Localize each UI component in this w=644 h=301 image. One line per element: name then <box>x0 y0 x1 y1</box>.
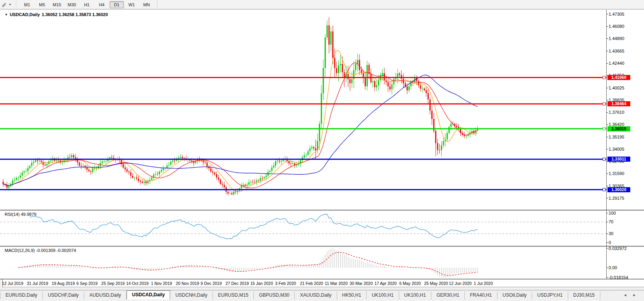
candle-body <box>347 74 349 79</box>
price-line-tag[interactable]: 1.30020 <box>607 187 630 192</box>
toolbar-grip[interactable] <box>15 1 17 8</box>
timeframe-button-mn[interactable]: MN <box>139 1 154 8</box>
symbol-tab-eurusd-daily[interactable]: EURUSD,Daily <box>0 292 43 299</box>
timeframe-button-m5[interactable]: M5 <box>35 1 49 8</box>
level-line-handle[interactable] <box>603 128 605 130</box>
chart-dropdown-icon[interactable]: ▼ <box>5 13 8 16</box>
symbol-tab-audusd-daily[interactable]: AUDUSD,Daily <box>84 292 127 299</box>
level-line-handle[interactable] <box>603 188 605 191</box>
price-axis-tick: 1.29175 <box>609 196 624 201</box>
timeframe-button-w1[interactable]: W1 <box>125 1 139 8</box>
candle-body <box>435 131 436 143</box>
symbol-tab-gbpusd-m30[interactable]: GBPUSD,M30 <box>254 292 295 299</box>
price-axis-tick: 1.47305 <box>609 12 624 16</box>
level-line-handle[interactable] <box>603 76 605 79</box>
chart-tab-bar: EURUSD,DailyUSDCHF,DailyAUDUSD,DailyUSDC… <box>0 290 644 299</box>
candle-body <box>275 161 276 166</box>
mt4-window: ▼ M1M5M15M30H1H4D1W1MN ▼ USDCAD,Daily 1.… <box>0 0 644 301</box>
price-line-tag[interactable]: 1.38464 <box>607 101 630 106</box>
timeframe-button-h1[interactable]: H1 <box>80 1 94 8</box>
date-label: 12 Jun 2020 <box>449 281 472 286</box>
candle-body <box>180 157 181 158</box>
candle-body <box>206 163 207 166</box>
candle-body <box>90 171 92 172</box>
candle-body <box>424 89 425 90</box>
date-label: 14 Oct 2019 <box>126 281 149 286</box>
candle-body <box>262 178 263 179</box>
timeframe-button-m1[interactable]: M1 <box>20 1 34 8</box>
symbol-tab-usdjpy-h1[interactable]: USDJPY,H1 <box>532 292 568 299</box>
symbol-tab-hk50-h1[interactable]: HK50,H1 <box>337 292 367 299</box>
candle-body <box>20 175 21 178</box>
toolbar-grip[interactable] <box>156 1 158 8</box>
price-axis-tick: 1.42440 <box>609 61 624 66</box>
price-axis-tick: 1.44890 <box>609 36 624 41</box>
symbol-tab-dj30-m15[interactable]: DJ30,M15 <box>568 292 600 299</box>
candle-body <box>191 161 193 161</box>
candle-body <box>420 85 421 89</box>
candle-body <box>83 166 84 166</box>
price-line-tag[interactable]: 1.33011 <box>607 157 630 162</box>
timeframe-button-m30[interactable]: M30 <box>65 1 79 8</box>
drawing-tool-icon[interactable] <box>1 2 8 8</box>
candle-body <box>157 174 158 174</box>
price-line-tag[interactable]: 1.36015 <box>607 126 630 131</box>
symbol-tab-uk100-h1[interactable]: UK100,H1 <box>367 292 399 299</box>
candle-body <box>378 80 379 85</box>
tab-scroll-arrows[interactable]: ◄ ► <box>624 293 638 297</box>
chart-title[interactable]: ▼ USDCAD,Daily 1.36052 1.36258 1.35873 1… <box>5 12 108 17</box>
candle-body <box>309 148 310 151</box>
timeframe-button-m15[interactable]: M15 <box>50 1 64 8</box>
candle-body <box>376 85 377 87</box>
candle-body <box>96 168 97 168</box>
candle-body <box>315 148 316 150</box>
candle-body <box>456 126 457 127</box>
symbol-tab-uk100-h1[interactable]: UK100,H1 <box>399 292 431 299</box>
price-axis-tick: 1.34005 <box>609 147 624 151</box>
symbol-tab-usdchf-daily[interactable]: USDCHF,Daily <box>43 292 84 299</box>
candle-body <box>31 163 32 166</box>
candle-body <box>332 31 334 58</box>
candle-body <box>273 166 274 168</box>
candle-body <box>327 26 328 38</box>
candle-body <box>39 161 40 161</box>
timeframe-button-h4[interactable]: H4 <box>95 1 109 8</box>
symbol-tab-usdcnh-daily[interactable]: USDCNH,Daily <box>170 292 213 299</box>
candle-body <box>18 178 19 178</box>
level-line-handle[interactable] <box>603 158 605 161</box>
candle-body <box>409 86 410 91</box>
chart-canvas[interactable] <box>0 10 644 279</box>
candle-body <box>454 124 455 126</box>
candle-body <box>466 136 467 136</box>
candle-body <box>281 161 282 162</box>
candle-body <box>437 143 438 150</box>
date-label: 12 Jul 2019 <box>2 281 23 286</box>
candle-body <box>143 181 145 182</box>
candle-body <box>308 151 309 155</box>
candle-body <box>441 145 442 150</box>
price-line-tag[interactable]: 1.41060 <box>607 75 630 80</box>
candle-body <box>447 133 448 139</box>
macd-axis-tick: 0.00 <box>609 265 617 270</box>
level-line-handle[interactable] <box>603 102 605 105</box>
candle-body <box>58 160 59 161</box>
dropdown-caret-icon[interactable]: ▼ <box>9 3 11 6</box>
date-label: 6 Sep 2019 <box>77 281 98 286</box>
symbol-tab-usdcad-daily[interactable]: USDCAD,Daily <box>127 290 170 299</box>
candle-body <box>254 182 255 182</box>
symbol-tab-xauusd-daily[interactable]: XAUUSD,Daily <box>295 292 337 299</box>
candle-body <box>210 168 211 171</box>
price-axis-tick: 1.43665 <box>609 49 624 53</box>
candle-body <box>161 170 162 171</box>
timeframe-button-d1[interactable]: D1 <box>110 1 124 8</box>
symbol-tab-ger30-h1[interactable]: GER30,H1 <box>431 292 465 299</box>
date-label: 3 Feb 2020 <box>275 281 296 286</box>
symbol-tab-fra40-h1[interactable]: FRA40,H1 <box>465 292 497 299</box>
candle-body <box>359 60 360 70</box>
candle-body <box>405 83 406 86</box>
symbol-tab-eurusd-m15[interactable]: EURUSD,M15 <box>213 292 254 299</box>
candle-body <box>367 65 368 86</box>
symbol-tab-usoil-daily[interactable]: USOil,Daily <box>497 292 532 299</box>
candle-body <box>401 75 402 78</box>
candle-body <box>382 73 383 75</box>
